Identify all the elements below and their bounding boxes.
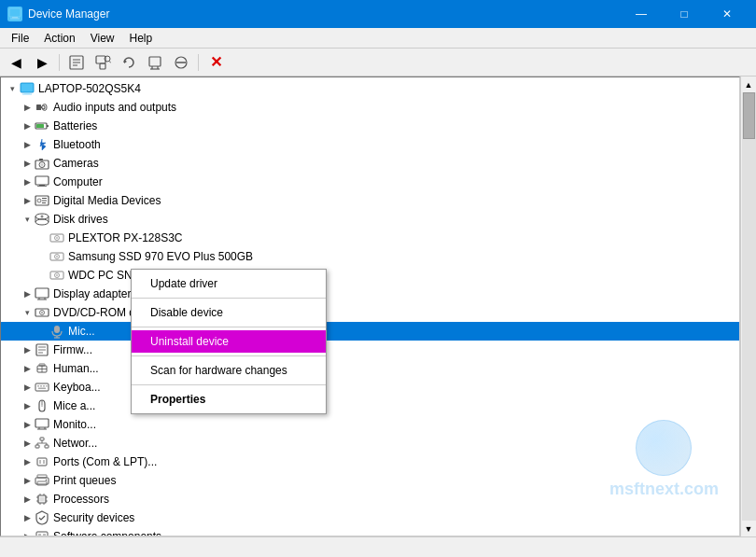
tree-item-bluetooth[interactable]: ▶ Bluetooth xyxy=(1,135,739,154)
tree-item-media[interactable]: ▶ Digital Media Devices xyxy=(1,191,739,210)
expand-media[interactable]: ▶ xyxy=(20,193,35,208)
scroll-thumb[interactable] xyxy=(743,92,755,139)
expand-monitors[interactable]: ▶ xyxy=(20,417,35,432)
tree-item-display[interactable]: ▶ Display adapters xyxy=(1,285,739,303)
ctx-uninstall-device[interactable]: Uninstall device xyxy=(132,330,326,353)
expand-computer[interactable]: ▶ xyxy=(20,174,35,189)
maximize-button[interactable]: □ xyxy=(663,0,706,28)
battery-icon xyxy=(35,118,49,133)
tree-item-audio[interactable]: ▶ Audio inputs and outputs xyxy=(1,98,739,117)
svg-rect-74 xyxy=(38,388,46,390)
expand-human[interactable]: ▶ xyxy=(20,361,35,376)
expand-mice[interactable]: ▶ xyxy=(20,398,35,413)
menu-action[interactable]: Action xyxy=(36,30,82,47)
plextor-label: PLEXTOR PX-128S3C xyxy=(68,231,739,244)
monitors-icon xyxy=(35,417,49,432)
tree-root[interactable]: ▾ LAPTOP-502QS5K4 xyxy=(1,79,739,98)
ctx-scan-changes[interactable]: Scan for hardware changes xyxy=(132,359,326,382)
tree-item-processors[interactable]: ▶ Processors xyxy=(1,490,739,508)
toolbar-properties[interactable] xyxy=(64,51,89,74)
svg-rect-51 xyxy=(35,288,49,298)
svg-rect-82 xyxy=(35,445,39,448)
expand-plextor xyxy=(35,230,49,245)
bluetooth-icon xyxy=(35,137,49,152)
tree-item-samsung[interactable]: Samsung SSD 970 EVO Plus 500GB xyxy=(1,247,739,266)
expand-network[interactable]: ▶ xyxy=(20,436,35,451)
svg-rect-21 xyxy=(36,104,41,110)
ctx-update-driver[interactable]: Update driver xyxy=(132,272,326,295)
tree-item-dvd[interactable]: ▾ DVD/CD-ROM drives xyxy=(1,303,739,322)
expand-dvd[interactable]: ▾ xyxy=(20,305,35,320)
expand-disks[interactable]: ▾ xyxy=(20,212,35,227)
tree-item-software-components[interactable]: ▶ Software components xyxy=(1,527,739,536)
scroll-track[interactable] xyxy=(742,92,756,521)
scroll-up-btn[interactable]: ▲ xyxy=(742,77,756,92)
tree-item-mice[interactable]: ▶ Mice a... xyxy=(1,397,739,415)
tree-item-keyboards[interactable]: ▶ Keyboa... xyxy=(1,378,739,397)
tree-item-firmware[interactable]: ▶ Firmw... xyxy=(1,341,739,359)
minimize-button[interactable]: — xyxy=(620,0,663,28)
expand-print[interactable]: ▶ xyxy=(20,473,35,488)
svg-point-50 xyxy=(56,274,58,276)
expand-batteries[interactable]: ▶ xyxy=(20,118,35,133)
toolbar-uninstall[interactable] xyxy=(143,51,167,74)
expand-software-components[interactable]: ▶ xyxy=(20,529,35,536)
scroll-down-btn[interactable]: ▼ xyxy=(742,521,756,536)
processors-label: Processors xyxy=(53,493,739,506)
toolbar-forward[interactable]: ▶ xyxy=(30,51,54,74)
tree-item-wdc[interactable]: WDC PC SN530 SDBPNPZ-512G-1014 xyxy=(1,266,739,285)
samsung-icon xyxy=(49,249,64,264)
expand-ports[interactable]: ▶ xyxy=(20,454,35,469)
svg-rect-96 xyxy=(40,497,45,502)
tree-item-monitors[interactable]: ▶ Monito... xyxy=(1,415,739,434)
toolbar-back[interactable]: ◀ xyxy=(4,51,28,74)
expand-cameras[interactable]: ▶ xyxy=(20,156,35,171)
print-icon xyxy=(35,473,49,488)
toolbar-scan[interactable] xyxy=(91,51,115,74)
tree-item-disks[interactable]: ▾ Disk drives xyxy=(1,210,739,229)
scrollbar[interactable]: ▲ ▼ xyxy=(740,77,756,536)
tree-item-ports[interactable]: ▶ Ports (Com & LPT)... xyxy=(1,453,739,471)
tree-item-security[interactable]: ▶ Security devices xyxy=(1,508,739,527)
expand-audio[interactable]: ▶ xyxy=(20,100,35,115)
tree-item-network[interactable]: ▶ Networ... xyxy=(1,434,739,453)
expand-bluetooth[interactable]: ▶ xyxy=(20,137,35,152)
ctx-properties[interactable]: Properties xyxy=(132,388,326,411)
svg-rect-83 xyxy=(45,445,49,448)
menu-view[interactable]: View xyxy=(83,30,122,47)
menu-file[interactable]: File xyxy=(4,30,36,47)
menu-help[interactable]: Help xyxy=(122,30,161,47)
tree-item-cameras[interactable]: ▶ Cameras xyxy=(1,154,739,173)
ports-label: Ports (Com & LPT)... xyxy=(53,455,739,468)
tree-item-mic[interactable]: Mic... xyxy=(1,322,739,341)
ports-icon xyxy=(35,454,49,469)
ctx-disable-device[interactable]: Disable device xyxy=(132,301,326,324)
computer-icon xyxy=(20,81,35,96)
toolbar-update[interactable] xyxy=(117,51,141,74)
expand-keyboards[interactable]: ▶ xyxy=(20,380,35,395)
tree-item-computer[interactable]: ▶ Computer xyxy=(1,173,739,191)
tree-item-batteries[interactable]: ▶ Batteries xyxy=(1,117,739,135)
toolbar-remove[interactable]: ✕ xyxy=(203,51,228,74)
svg-point-57 xyxy=(41,312,43,313)
svg-rect-66 xyxy=(39,364,45,366)
close-button[interactable]: ✕ xyxy=(706,0,749,28)
svg-rect-105 xyxy=(36,532,48,536)
svg-rect-20 xyxy=(22,94,32,95)
tree-view[interactable]: ▾ LAPTOP-502QS5K4 ▶ xyxy=(0,77,740,536)
expand-display[interactable]: ▶ xyxy=(20,286,35,301)
tree-item-plextor[interactable]: PLEXTOR PX-128S3C xyxy=(1,229,739,247)
svg-rect-1 xyxy=(12,17,18,19)
expand-security[interactable]: ▶ xyxy=(20,510,35,525)
toolbar-disable[interactable] xyxy=(169,51,193,74)
expand-firmware[interactable]: ▶ xyxy=(20,342,35,357)
expand-wdc xyxy=(35,268,49,283)
media-icon xyxy=(35,193,49,208)
expand-processors[interactable]: ▶ xyxy=(20,492,35,507)
tree-item-print[interactable]: ▶ Print queues xyxy=(1,471,739,490)
tree-item-human[interactable]: ▶ Human... xyxy=(1,359,739,378)
svg-rect-36 xyxy=(42,202,46,203)
plextor-icon xyxy=(49,230,64,245)
svg-rect-89 xyxy=(39,460,41,464)
expand-root[interactable]: ▾ xyxy=(5,81,20,96)
